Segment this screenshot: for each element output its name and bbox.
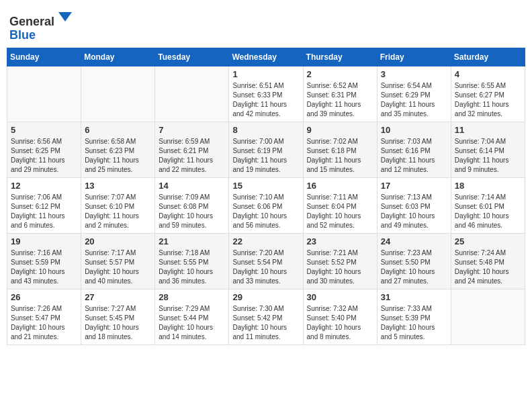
day-number: 15 — [232, 181, 299, 191]
day-info: Sunrise: 7:00 AMSunset: 6:19 PMDaylight:… — [232, 137, 299, 175]
day-info: Sunrise: 7:33 AMSunset: 5:39 PMDaylight:… — [381, 304, 447, 342]
calendar-day-7: 7Sunrise: 6:59 AMSunset: 6:21 PMDaylight… — [155, 122, 229, 177]
calendar-day-16: 16Sunrise: 7:11 AMSunset: 6:04 PMDayligh… — [303, 177, 377, 233]
weekday-header-monday: Monday — [81, 48, 155, 66]
calendar-day-23: 23Sunrise: 7:21 AMSunset: 5:52 PMDayligh… — [303, 233, 377, 289]
day-info: Sunrise: 6:59 AMSunset: 6:21 PMDaylight:… — [159, 137, 225, 175]
day-number: 22 — [232, 236, 299, 246]
day-number: 20 — [85, 236, 151, 246]
day-number: 17 — [381, 181, 447, 191]
day-info: Sunrise: 7:20 AMSunset: 5:54 PMDaylight:… — [232, 248, 299, 286]
day-number: 26 — [11, 292, 77, 302]
day-number: 6 — [85, 125, 151, 135]
day-number: 27 — [85, 292, 151, 302]
day-number: 30 — [307, 292, 373, 302]
day-number: 5 — [11, 125, 77, 135]
day-info: Sunrise: 7:17 AMSunset: 5:57 PMDaylight:… — [85, 248, 151, 286]
day-number: 21 — [159, 236, 225, 246]
day-info: Sunrise: 7:06 AMSunset: 6:12 PMDaylight:… — [11, 193, 77, 230]
day-info: Sunrise: 7:23 AMSunset: 5:50 PMDaylight:… — [381, 248, 447, 286]
day-info: Sunrise: 6:56 AMSunset: 6:25 PMDaylight:… — [11, 137, 77, 175]
calendar-day-21: 21Sunrise: 7:18 AMSunset: 5:55 PMDayligh… — [155, 233, 229, 289]
day-info: Sunrise: 7:21 AMSunset: 5:52 PMDaylight:… — [307, 248, 373, 286]
logo: General Blue — [9, 7, 75, 42]
day-number: 31 — [381, 292, 447, 302]
weekday-header-friday: Friday — [377, 48, 451, 66]
calendar-empty-cell — [155, 66, 229, 122]
day-info: Sunrise: 7:04 AMSunset: 6:14 PMDaylight:… — [455, 137, 521, 175]
calendar-week-row: 26Sunrise: 7:26 AMSunset: 5:47 PMDayligh… — [7, 289, 525, 345]
calendar-empty-cell — [7, 66, 81, 122]
day-info: Sunrise: 6:54 AMSunset: 6:29 PMDaylight:… — [381, 81, 447, 119]
logo-blue: Blue — [9, 28, 36, 42]
day-info: Sunrise: 7:02 AMSunset: 6:18 PMDaylight:… — [307, 137, 373, 175]
weekday-header-sunday: Sunday — [7, 48, 81, 66]
calendar-day-27: 27Sunrise: 7:27 AMSunset: 5:45 PMDayligh… — [81, 289, 155, 345]
day-number: 16 — [307, 181, 373, 191]
logo-general: General — [9, 15, 54, 28]
day-number: 11 — [455, 125, 521, 135]
day-info: Sunrise: 7:26 AMSunset: 5:47 PMDaylight:… — [11, 304, 77, 342]
day-info: Sunrise: 7:27 AMSunset: 5:45 PMDaylight:… — [85, 304, 151, 342]
calendar-day-13: 13Sunrise: 7:07 AMSunset: 6:10 PMDayligh… — [81, 177, 155, 233]
calendar-day-5: 5Sunrise: 6:56 AMSunset: 6:25 PMDaylight… — [7, 122, 81, 177]
day-number: 24 — [381, 236, 447, 246]
calendar-day-4: 4Sunrise: 6:55 AMSunset: 6:27 PMDaylight… — [451, 66, 525, 122]
calendar-day-28: 28Sunrise: 7:29 AMSunset: 5:44 PMDayligh… — [155, 289, 229, 345]
calendar-day-11: 11Sunrise: 7:04 AMSunset: 6:14 PMDayligh… — [451, 122, 525, 177]
calendar-day-6: 6Sunrise: 6:58 AMSunset: 6:23 PMDaylight… — [81, 122, 155, 177]
day-info: Sunrise: 7:11 AMSunset: 6:04 PMDaylight:… — [307, 193, 373, 230]
day-info: Sunrise: 7:14 AMSunset: 6:01 PMDaylight:… — [455, 193, 521, 230]
calendar-day-26: 26Sunrise: 7:26 AMSunset: 5:47 PMDayligh… — [7, 289, 81, 345]
day-info: Sunrise: 7:10 AMSunset: 6:06 PMDaylight:… — [232, 193, 299, 230]
calendar-day-19: 19Sunrise: 7:16 AMSunset: 5:59 PMDayligh… — [7, 233, 81, 289]
day-number: 12 — [11, 181, 77, 191]
weekday-header-tuesday: Tuesday — [155, 48, 229, 66]
calendar-week-row: 1Sunrise: 6:51 AMSunset: 6:33 PMDaylight… — [7, 66, 525, 122]
calendar-day-29: 29Sunrise: 7:30 AMSunset: 5:42 PMDayligh… — [229, 289, 303, 345]
day-number: 10 — [381, 125, 447, 135]
day-number: 23 — [307, 236, 373, 246]
day-info: Sunrise: 6:58 AMSunset: 6:23 PMDaylight:… — [85, 137, 151, 175]
logo-text: General Blue — [9, 7, 75, 42]
calendar-week-row: 19Sunrise: 7:16 AMSunset: 5:59 PMDayligh… — [7, 233, 525, 289]
day-number: 3 — [381, 69, 447, 79]
weekday-header-saturday: Saturday — [451, 48, 525, 66]
day-info: Sunrise: 7:24 AMSunset: 5:48 PMDaylight:… — [455, 248, 521, 286]
calendar-day-9: 9Sunrise: 7:02 AMSunset: 6:18 PMDaylight… — [303, 122, 377, 177]
day-number: 1 — [232, 69, 299, 79]
day-number: 14 — [159, 181, 225, 191]
calendar-day-2: 2Sunrise: 6:52 AMSunset: 6:31 PMDaylight… — [303, 66, 377, 122]
calendar-day-8: 8Sunrise: 7:00 AMSunset: 6:19 PMDaylight… — [229, 122, 303, 177]
day-info: Sunrise: 7:18 AMSunset: 5:55 PMDaylight:… — [159, 248, 225, 286]
calendar-week-row: 12Sunrise: 7:06 AMSunset: 6:12 PMDayligh… — [7, 177, 525, 233]
day-info: Sunrise: 7:32 AMSunset: 5:40 PMDaylight:… — [307, 304, 373, 342]
calendar-header-row: SundayMondayTuesdayWednesdayThursdayFrid… — [7, 48, 525, 66]
calendar-day-17: 17Sunrise: 7:13 AMSunset: 6:03 PMDayligh… — [377, 177, 451, 233]
day-info: Sunrise: 7:03 AMSunset: 6:16 PMDaylight:… — [381, 137, 447, 175]
calendar-day-25: 25Sunrise: 7:24 AMSunset: 5:48 PMDayligh… — [451, 233, 525, 289]
day-number: 29 — [232, 292, 299, 302]
day-info: Sunrise: 6:52 AMSunset: 6:31 PMDaylight:… — [307, 81, 373, 119]
day-info: Sunrise: 7:30 AMSunset: 5:42 PMDaylight:… — [232, 304, 299, 342]
day-number: 9 — [307, 125, 373, 135]
weekday-header-thursday: Thursday — [303, 48, 377, 66]
day-number: 8 — [232, 125, 299, 135]
calendar-day-31: 31Sunrise: 7:33 AMSunset: 5:39 PMDayligh… — [377, 289, 451, 345]
calendar-table: SundayMondayTuesdayWednesdayThursdayFrid… — [7, 48, 525, 345]
day-info: Sunrise: 7:16 AMSunset: 5:59 PMDaylight:… — [11, 248, 77, 286]
calendar-day-3: 3Sunrise: 6:54 AMSunset: 6:29 PMDaylight… — [377, 66, 451, 122]
day-number: 28 — [159, 292, 225, 302]
day-number: 18 — [455, 181, 521, 191]
calendar-day-30: 30Sunrise: 7:32 AMSunset: 5:40 PMDayligh… — [303, 289, 377, 345]
day-info: Sunrise: 7:29 AMSunset: 5:44 PMDaylight:… — [159, 304, 225, 342]
day-number: 4 — [455, 69, 521, 79]
day-info: Sunrise: 7:07 AMSunset: 6:10 PMDaylight:… — [85, 193, 151, 230]
calendar-day-14: 14Sunrise: 7:09 AMSunset: 6:08 PMDayligh… — [155, 177, 229, 233]
day-number: 2 — [307, 69, 373, 79]
calendar-day-22: 22Sunrise: 7:20 AMSunset: 5:54 PMDayligh… — [229, 233, 303, 289]
calendar-day-24: 24Sunrise: 7:23 AMSunset: 5:50 PMDayligh… — [377, 233, 451, 289]
calendar-day-1: 1Sunrise: 6:51 AMSunset: 6:33 PMDaylight… — [229, 66, 303, 122]
day-number: 25 — [455, 236, 521, 246]
calendar-day-12: 12Sunrise: 7:06 AMSunset: 6:12 PMDayligh… — [7, 177, 81, 233]
